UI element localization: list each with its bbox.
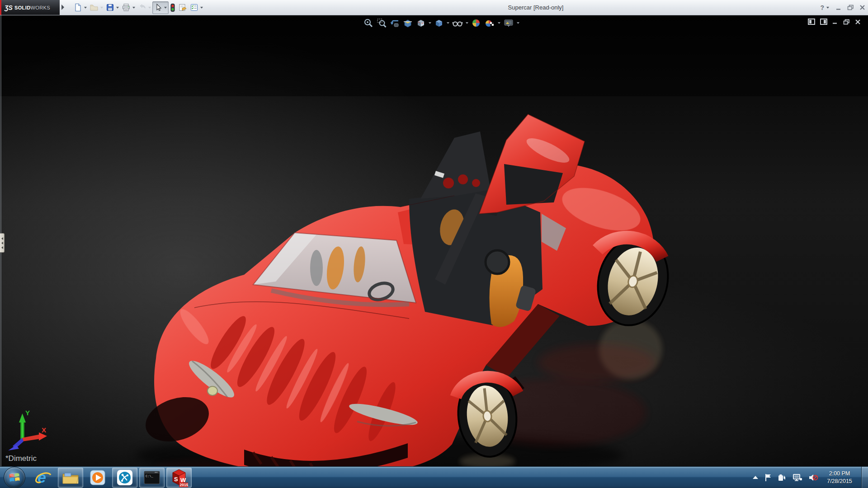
undo-button[interactable] [137,2,152,14]
windows-flag-icon [9,472,20,483]
zoom-to-area-icon [377,18,387,28]
close-button-icon[interactable] [859,5,865,10]
help-button[interactable]: ? [820,4,829,11]
apply-scene-dropdown[interactable] [498,22,500,24]
view-orientation-label: *Dimetric [5,454,37,463]
file-properties-icon [178,3,187,12]
action-center-flag-icon[interactable] [764,474,772,482]
folder-icon [62,470,79,485]
show-desktop-button[interactable] [861,467,868,488]
open-button[interactable] [88,2,104,14]
ds-logo-icon: ƷS [5,4,13,11]
taskbar: e [0,466,868,488]
apply-scene-button[interactable] [483,17,496,29]
restore-button-icon[interactable] [847,5,854,10]
power-icon[interactable] [778,474,787,482]
zoom-to-fit-icon [363,18,373,28]
clock-date: 7/28/2015 [827,478,852,485]
file-properties-button[interactable] [177,2,189,14]
cmd-prompt-text: C:\_ [146,474,154,478]
brand-text: SOLIDWORKS [14,5,50,10]
taskbar-clock[interactable]: 2:00 PM 7/28/2015 [821,467,858,488]
close-document-icon[interactable] [855,19,861,25]
document-window-controls [808,19,861,25]
apply-scene-icon [484,18,495,28]
display-style-button[interactable] [433,17,445,29]
minimize-document-icon[interactable] [832,19,838,24]
appearance-ball-icon [471,18,481,28]
media-player-icon [89,469,106,486]
open-folder-icon [90,3,99,12]
view-orientation-icon [416,18,426,28]
display-style-dropdown[interactable] [447,22,449,24]
solidworks-logo: ƷS SOLIDWORKS [1,0,60,15]
system-tray [752,467,818,488]
edit-appearance-button[interactable] [470,17,482,29]
triad-y-label: Y [25,409,30,417]
restore-document-icon[interactable] [843,19,850,25]
solidworks-cube-icon: S W 2015 [170,468,188,487]
previous-view-icon [390,18,400,28]
taskbar-media-player[interactable] [85,468,110,488]
print-icon [122,3,131,12]
graphics-viewport[interactable]: X Y *Dimetric [0,15,868,466]
view-settings-button[interactable] [502,17,515,29]
sw-year: 2015 [180,483,189,487]
select-tool-button[interactable] [152,1,169,14]
titlebar: ƷS SOLIDWORKS [0,0,868,15]
save-floppy-icon [106,3,114,12]
eyeglasses-icon [452,18,463,28]
display-style-icon [434,18,444,28]
internet-explorer-icon: e [34,469,52,487]
view-settings-dropdown[interactable] [517,22,519,24]
network-app-icon [116,469,133,486]
section-view-button[interactable] [402,17,414,29]
feature-panel-collapse-tab[interactable] [0,233,5,253]
save-button[interactable] [104,2,120,14]
taskbar-command-prompt[interactable]: C:\_ [139,468,165,488]
titlebar-controls: ? [820,0,865,15]
rebuild-button[interactable] [169,2,177,14]
new-document-button[interactable] [72,2,88,14]
taskbar-internet-explorer[interactable]: e [31,468,56,488]
print-button[interactable] [120,2,137,14]
window-title: Supercar [Read-only] [508,0,564,15]
zoom-to-area-button[interactable] [376,17,387,29]
view-orientation-button[interactable] [415,17,427,29]
network-icon[interactable] [793,474,802,482]
zoom-to-fit-button[interactable] [363,17,374,29]
taskbar-network-app[interactable] [112,468,137,488]
standard-toolbar [72,1,204,14]
collapse-feature-pane-icon[interactable] [808,19,815,25]
command-prompt-icon: C:\_ [143,470,160,485]
headsup-view-toolbar [363,17,520,29]
undo-icon [138,3,146,12]
menu-expand-arrow[interactable] [61,5,64,10]
taskbar-solidworks[interactable]: S W 2015 [166,468,192,488]
options-list-icon [190,3,198,12]
hide-show-items-button[interactable] [451,17,464,29]
options-button[interactable] [189,2,204,14]
triad-x-label: X [42,426,46,434]
hidden-icons-chevron[interactable] [752,475,759,480]
traffic-light-icon [170,3,175,12]
taskbar-windows-explorer[interactable] [58,468,83,488]
new-document-icon [74,3,82,12]
volume-muted-icon[interactable] [808,474,818,482]
expand-display-pane-icon[interactable] [820,19,827,25]
start-button[interactable] [4,467,25,488]
minimize-button-icon[interactable] [835,5,842,10]
section-view-icon [403,18,413,28]
supercar-model [0,15,868,466]
taskbar-apps: e [31,467,192,488]
reference-triad[interactable]: X Y [2,409,56,459]
select-cursor-icon [154,3,162,12]
sw-letter-s: S [174,476,178,483]
view-settings-icon [503,18,514,28]
clock-time: 2:00 PM [829,470,850,478]
previous-view-button[interactable] [389,17,401,29]
hide-show-items-dropdown[interactable] [466,22,468,24]
view-orientation-dropdown[interactable] [429,22,431,24]
